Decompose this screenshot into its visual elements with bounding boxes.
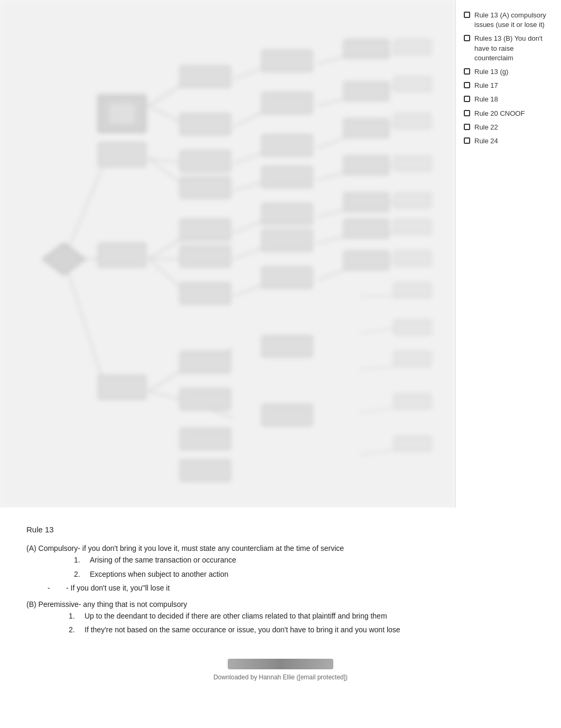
sidebar-item-rule24: Rule 24 xyxy=(464,136,553,146)
bullet-icon xyxy=(464,12,470,18)
bullet-icon xyxy=(464,82,470,88)
svg-rect-75 xyxy=(394,219,431,234)
svg-rect-83 xyxy=(180,460,230,481)
bullet-icon xyxy=(464,96,470,102)
list-item: 1. Up to the deendant to decided if ther… xyxy=(85,610,535,622)
sidebar-item-label: Rule 17 xyxy=(474,81,498,90)
sidebar-item-label: Rule 24 xyxy=(474,136,498,146)
list-item: 1. Arising of the same transaction or oc… xyxy=(90,554,535,566)
svg-rect-59 xyxy=(262,230,312,251)
sidebar-item-label: Rule 13 (g) xyxy=(474,67,508,77)
sidebar-item-rule22: Rule 22 xyxy=(464,123,553,132)
section-b-heading: (B) Peremissive- any thing that is not c… xyxy=(26,598,535,610)
svg-rect-71 xyxy=(394,77,431,91)
svg-rect-68 xyxy=(344,219,389,238)
sidebar-item-label: Rule 20 CNOOF xyxy=(474,109,525,118)
section-b: (B) Peremissive- any thing that is not c… xyxy=(26,598,535,636)
svg-rect-85 xyxy=(109,103,135,124)
list-item: 2. If they're not based on the same occu… xyxy=(85,624,535,635)
section-a-heading: (A) Compulsory- if you don't bring it yo… xyxy=(26,542,535,554)
diagram-area xyxy=(0,0,455,508)
svg-rect-80 xyxy=(394,394,431,409)
sidebar-item-rule20: Rule 20 CNOOF xyxy=(464,109,553,118)
svg-rect-60 xyxy=(262,267,312,288)
svg-rect-46 xyxy=(180,114,230,135)
sidebar-item-label: Rule 13 (A) compulsory issues (use it or… xyxy=(474,11,553,30)
bullet-icon xyxy=(464,68,470,75)
footer: Downloaded by Hannah Ellie ([email prote… xyxy=(0,651,561,689)
svg-rect-69 xyxy=(344,251,389,270)
footer-bar-decoration xyxy=(228,659,333,669)
svg-rect-70 xyxy=(394,40,431,54)
svg-rect-54 xyxy=(262,50,312,71)
svg-rect-45 xyxy=(180,66,230,87)
svg-rect-61 xyxy=(262,336,312,357)
top-section: Rule 13 (A) compulsory issues (use it or… xyxy=(0,0,561,508)
dash-item: - If you don't use it, you''ll lose it xyxy=(55,582,535,594)
sidebar-item-rule13b: Rules 13 (B) You don't have to raise cou… xyxy=(464,34,553,63)
sidebar-list: Rule 13 (A) compulsory issues (use it or… xyxy=(464,11,553,146)
bullet-icon xyxy=(464,110,470,116)
main-title: Rule 13 xyxy=(26,523,535,536)
sidebar-item-rule17: Rule 17 xyxy=(464,81,553,90)
sidebar-item-rule13a: Rule 13 (A) compulsory issues (use it or… xyxy=(464,11,553,30)
svg-rect-79 xyxy=(394,352,431,366)
svg-rect-64 xyxy=(344,82,389,100)
svg-rect-66 xyxy=(344,156,389,174)
section-a: (A) Compulsory- if you don't bring it yo… xyxy=(26,542,535,594)
svg-rect-62 xyxy=(262,404,312,426)
section-b-list: 1. Up to the deendant to decided if ther… xyxy=(58,610,535,636)
svg-rect-65 xyxy=(344,119,389,137)
svg-rect-67 xyxy=(344,193,389,211)
svg-rect-47 xyxy=(180,151,230,172)
sidebar-item-label: Rules 13 (B) You don't have to raise cou… xyxy=(474,34,553,63)
svg-rect-43 xyxy=(98,243,146,267)
svg-rect-42 xyxy=(98,143,146,167)
sidebar-item-label: Rule 18 xyxy=(474,95,498,104)
section-a-list: 1. Arising of the same transaction or oc… xyxy=(58,554,535,580)
svg-rect-81 xyxy=(394,436,431,451)
svg-rect-63 xyxy=(344,40,389,58)
text-content: Rule 13 (A) Compulsory- if you don't bri… xyxy=(0,508,561,651)
footer-text: Downloaded by Hannah Ellie ([email prote… xyxy=(8,674,553,681)
svg-rect-49 xyxy=(180,219,230,241)
svg-rect-44 xyxy=(98,375,146,399)
svg-rect-78 xyxy=(394,320,431,335)
svg-rect-56 xyxy=(262,135,312,156)
svg-rect-82 xyxy=(180,428,230,449)
list-item: 2. Exceptions when subject to another ac… xyxy=(90,568,535,580)
bullet-icon xyxy=(464,35,470,41)
sidebar: Rule 13 (A) compulsory issues (use it or… xyxy=(455,0,561,508)
svg-rect-48 xyxy=(180,177,230,198)
svg-rect-50 xyxy=(180,246,230,267)
mindmap-diagram xyxy=(0,0,455,508)
bullet-icon xyxy=(464,137,470,144)
svg-rect-76 xyxy=(394,251,431,266)
svg-rect-72 xyxy=(394,114,431,128)
svg-rect-74 xyxy=(394,193,431,208)
svg-rect-58 xyxy=(262,204,312,225)
sidebar-item-label: Rule 22 xyxy=(474,123,498,132)
svg-rect-73 xyxy=(394,156,431,171)
svg-rect-52 xyxy=(180,352,230,373)
bullet-icon xyxy=(464,124,470,130)
sidebar-item-rule13g: Rule 13 (g) xyxy=(464,67,553,77)
svg-rect-57 xyxy=(262,167,312,188)
sidebar-item-rule18: Rule 18 xyxy=(464,95,553,104)
svg-rect-53 xyxy=(180,389,230,410)
svg-rect-55 xyxy=(262,93,312,114)
svg-rect-51 xyxy=(180,283,230,304)
svg-rect-77 xyxy=(394,283,431,298)
